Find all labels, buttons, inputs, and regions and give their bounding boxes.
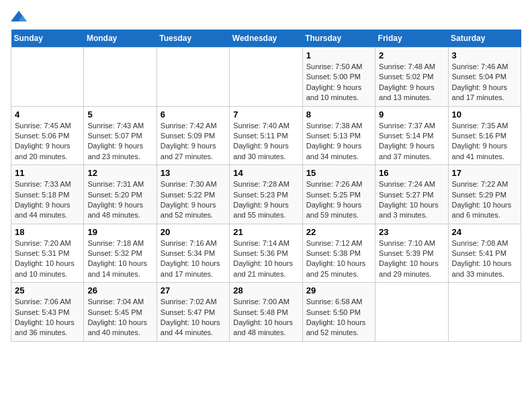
calendar-cell: 25Sunrise: 7:06 AM Sunset: 5:43 PM Dayli… — [11, 283, 84, 342]
day-info: Sunrise: 7:35 AM Sunset: 5:16 PM Dayligh… — [452, 121, 517, 163]
day-info: Sunrise: 7:30 AM Sunset: 5:22 PM Dayligh… — [161, 179, 226, 221]
calendar-cell: 27Sunrise: 7:02 AM Sunset: 5:47 PM Dayli… — [157, 283, 229, 342]
calendar-cell — [11, 48, 84, 107]
day-info: Sunrise: 7:42 AM Sunset: 5:09 PM Dayligh… — [161, 121, 226, 163]
day-info: Sunrise: 7:24 AM Sunset: 5:27 PM Dayligh… — [379, 179, 444, 221]
day-number: 8 — [306, 109, 371, 120]
day-number: 10 — [452, 109, 517, 120]
day-info: Sunrise: 7:37 AM Sunset: 5:14 PM Dayligh… — [379, 121, 444, 163]
day-info: Sunrise: 7:00 AM Sunset: 5:48 PM Dayligh… — [233, 297, 298, 338]
calendar-cell: 5Sunrise: 7:43 AM Sunset: 5:07 PM Daylig… — [84, 106, 157, 165]
day-number: 22 — [306, 227, 371, 237]
header — [11, 11, 521, 24]
calendar-cell — [230, 48, 302, 107]
day-info: Sunrise: 7:08 AM Sunset: 5:41 PM Dayligh… — [452, 238, 517, 280]
day-number: 23 — [379, 227, 444, 237]
day-info: Sunrise: 7:14 AM Sunset: 5:36 PM Dayligh… — [233, 238, 298, 280]
day-header-friday: Friday — [375, 30, 448, 48]
day-info: Sunrise: 7:28 AM Sunset: 5:23 PM Dayligh… — [233, 179, 298, 221]
calendar-cell: 13Sunrise: 7:30 AM Sunset: 5:22 PM Dayli… — [157, 165, 229, 224]
day-info: Sunrise: 7:02 AM Sunset: 5:47 PM Dayligh… — [161, 297, 226, 338]
calendar-cell — [84, 48, 157, 107]
day-number: 6 — [161, 109, 226, 120]
day-info: Sunrise: 7:22 AM Sunset: 5:29 PM Dayligh… — [452, 179, 517, 221]
day-info: Sunrise: 7:16 AM Sunset: 5:34 PM Dayligh… — [161, 238, 226, 280]
day-info: Sunrise: 7:33 AM Sunset: 5:18 PM Dayligh… — [15, 179, 80, 221]
day-number: 11 — [15, 168, 80, 178]
day-number: 7 — [233, 109, 298, 120]
calendar-cell: 9Sunrise: 7:37 AM Sunset: 5:14 PM Daylig… — [375, 106, 448, 165]
calendar-cell: 17Sunrise: 7:22 AM Sunset: 5:29 PM Dayli… — [448, 165, 521, 224]
calendar-cell: 1Sunrise: 7:50 AM Sunset: 5:00 PM Daylig… — [302, 48, 375, 107]
day-number: 28 — [233, 285, 298, 295]
day-number: 15 — [306, 168, 371, 178]
day-info: Sunrise: 7:31 AM Sunset: 5:20 PM Dayligh… — [87, 179, 152, 221]
day-info: Sunrise: 7:38 AM Sunset: 5:13 PM Dayligh… — [306, 121, 371, 163]
calendar-cell: 14Sunrise: 7:28 AM Sunset: 5:23 PM Dayli… — [230, 165, 302, 224]
logo-icon — [11, 11, 27, 24]
day-header-saturday: Saturday — [448, 30, 521, 48]
day-info: Sunrise: 7:20 AM Sunset: 5:31 PM Dayligh… — [15, 238, 80, 280]
day-number: 9 — [379, 109, 444, 120]
calendar-cell: 26Sunrise: 7:04 AM Sunset: 5:45 PM Dayli… — [84, 283, 157, 342]
calendar-cell: 2Sunrise: 7:48 AM Sunset: 5:02 PM Daylig… — [375, 48, 448, 107]
calendar-cell: 7Sunrise: 7:40 AM Sunset: 5:11 PM Daylig… — [230, 106, 302, 165]
calendar-cell: 10Sunrise: 7:35 AM Sunset: 5:16 PM Dayli… — [448, 106, 521, 165]
day-info: Sunrise: 7:10 AM Sunset: 5:39 PM Dayligh… — [379, 238, 444, 280]
day-number: 26 — [87, 285, 152, 295]
calendar-cell: 20Sunrise: 7:16 AM Sunset: 5:34 PM Dayli… — [157, 224, 229, 283]
calendar-cell: 6Sunrise: 7:42 AM Sunset: 5:09 PM Daylig… — [157, 106, 229, 165]
day-number: 18 — [15, 227, 80, 237]
calendar-cell — [448, 283, 521, 342]
day-info: Sunrise: 7:04 AM Sunset: 5:45 PM Dayligh… — [87, 297, 152, 338]
day-info: Sunrise: 7:48 AM Sunset: 5:02 PM Dayligh… — [379, 62, 444, 103]
day-info: Sunrise: 6:58 AM Sunset: 5:50 PM Dayligh… — [306, 297, 371, 338]
day-number: 20 — [161, 227, 226, 237]
day-number: 14 — [233, 168, 298, 178]
day-info: Sunrise: 7:18 AM Sunset: 5:32 PM Dayligh… — [87, 238, 152, 280]
calendar-cell — [375, 283, 448, 342]
day-info: Sunrise: 7:12 AM Sunset: 5:38 PM Dayligh… — [306, 238, 371, 280]
calendar-cell: 12Sunrise: 7:31 AM Sunset: 5:20 PM Dayli… — [84, 165, 157, 224]
day-number: 17 — [452, 168, 517, 178]
day-number: 24 — [452, 227, 517, 237]
day-number: 29 — [306, 285, 371, 295]
day-number: 4 — [15, 109, 80, 120]
calendar-cell: 28Sunrise: 7:00 AM Sunset: 5:48 PM Dayli… — [230, 283, 302, 342]
day-info: Sunrise: 7:43 AM Sunset: 5:07 PM Dayligh… — [87, 121, 152, 163]
day-number: 21 — [233, 227, 298, 237]
day-header-wednesday: Wednesday — [230, 30, 302, 48]
calendar-cell: 4Sunrise: 7:45 AM Sunset: 5:06 PM Daylig… — [11, 106, 84, 165]
calendar-cell: 11Sunrise: 7:33 AM Sunset: 5:18 PM Dayli… — [11, 165, 84, 224]
calendar-cell: 15Sunrise: 7:26 AM Sunset: 5:25 PM Dayli… — [302, 165, 375, 224]
day-info: Sunrise: 7:46 AM Sunset: 5:04 PM Dayligh… — [452, 62, 517, 103]
calendar-cell — [157, 48, 229, 107]
day-number: 2 — [379, 50, 444, 60]
day-number: 5 — [87, 109, 152, 120]
day-number: 12 — [87, 168, 152, 178]
day-info: Sunrise: 7:40 AM Sunset: 5:11 PM Dayligh… — [233, 121, 298, 163]
day-number: 13 — [161, 168, 226, 178]
logo — [11, 11, 30, 24]
day-number: 3 — [452, 50, 517, 60]
day-info: Sunrise: 7:50 AM Sunset: 5:00 PM Dayligh… — [306, 62, 371, 103]
day-number: 16 — [379, 168, 444, 178]
day-header-monday: Monday — [84, 30, 157, 48]
calendar-cell: 22Sunrise: 7:12 AM Sunset: 5:38 PM Dayli… — [302, 224, 375, 283]
calendar-cell: 24Sunrise: 7:08 AM Sunset: 5:41 PM Dayli… — [448, 224, 521, 283]
day-info: Sunrise: 7:06 AM Sunset: 5:43 PM Dayligh… — [15, 297, 80, 338]
day-number: 1 — [306, 50, 371, 60]
calendar-cell: 23Sunrise: 7:10 AM Sunset: 5:39 PM Dayli… — [375, 224, 448, 283]
calendar-cell: 19Sunrise: 7:18 AM Sunset: 5:32 PM Dayli… — [84, 224, 157, 283]
calendar-cell: 29Sunrise: 6:58 AM Sunset: 5:50 PM Dayli… — [302, 283, 375, 342]
day-number: 27 — [161, 285, 226, 295]
day-number: 25 — [15, 285, 80, 295]
day-header-tuesday: Tuesday — [157, 30, 229, 48]
calendar-cell: 16Sunrise: 7:24 AM Sunset: 5:27 PM Dayli… — [375, 165, 448, 224]
day-info: Sunrise: 7:45 AM Sunset: 5:06 PM Dayligh… — [15, 121, 80, 163]
calendar-cell: 8Sunrise: 7:38 AM Sunset: 5:13 PM Daylig… — [302, 106, 375, 165]
day-header-sunday: Sunday — [11, 30, 84, 48]
day-header-thursday: Thursday — [302, 30, 375, 48]
calendar-cell: 3Sunrise: 7:46 AM Sunset: 5:04 PM Daylig… — [448, 48, 521, 107]
day-number: 19 — [87, 227, 152, 237]
